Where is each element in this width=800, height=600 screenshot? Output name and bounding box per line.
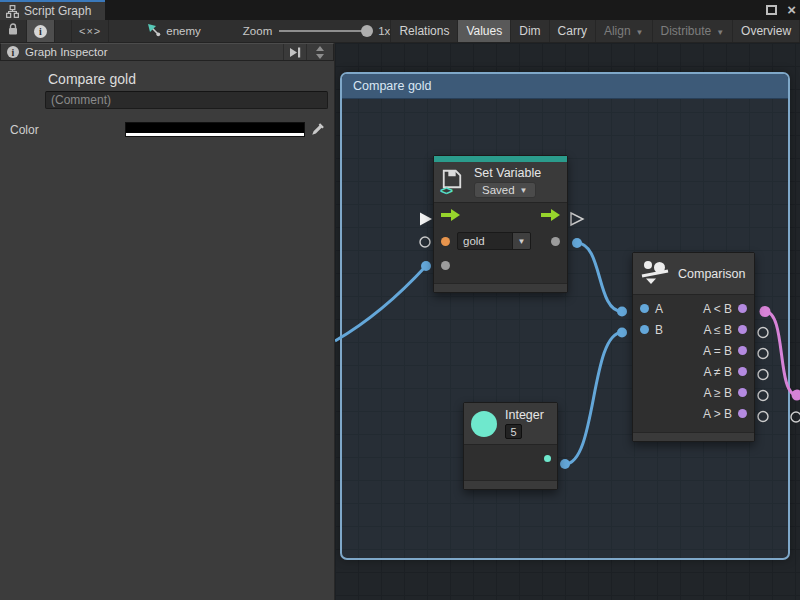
value-input-port[interactable] [441, 261, 450, 270]
a-neq-b-port[interactable] [738, 367, 747, 376]
graph-inspector-header: i Graph Inspector [0, 43, 334, 61]
node-footer [464, 480, 557, 489]
chevron-down-icon: ▼ [520, 186, 528, 195]
lock-icon [7, 22, 19, 40]
comparison-icon [640, 259, 670, 288]
graph-inspector-title: Graph Inspector [25, 46, 107, 58]
graph-breadcrumb[interactable]: enemy [147, 20, 201, 42]
input-a-port[interactable] [640, 304, 649, 313]
a-eq-b-port[interactable] [738, 346, 747, 355]
carry-button[interactable]: Carry [549, 20, 595, 42]
maximize-icon[interactable] [766, 5, 777, 15]
tab-script-graph[interactable]: Script Graph [0, 0, 105, 20]
zoom-slider-handle[interactable] [361, 25, 373, 37]
output-label: A ≤ B [703, 323, 732, 337]
script-graph-icon [6, 5, 19, 18]
relations-button[interactable]: Relations [390, 20, 457, 42]
group-title: Compare gold [353, 79, 432, 93]
graph-title: Compare gold [48, 71, 334, 87]
values-button[interactable]: Values [457, 20, 510, 42]
node-set-variable[interactable]: <> Set Variable Saved ▼ [433, 155, 568, 293]
input-b-label: B [655, 323, 663, 337]
a-gt-b-port[interactable] [738, 409, 747, 418]
flow-output-port[interactable] [541, 207, 560, 225]
node-title: Integer [505, 408, 544, 422]
color-label: Color [10, 123, 125, 137]
zoom-slider[interactable] [279, 30, 371, 32]
overview-button[interactable]: Overview [732, 20, 799, 42]
node-footer [633, 432, 754, 441]
integer-output-port[interactable] [544, 455, 551, 462]
align-dropdown[interactable]: Align▼ [595, 20, 652, 42]
group-header[interactable]: Compare gold [342, 74, 788, 99]
chevron-down-icon: ▼ [636, 28, 644, 37]
edit-graph-button[interactable]: <×> [71, 20, 109, 42]
graph-toolbar: i <×> enemy Zoom 1x Relations Values Dim… [0, 20, 800, 43]
chevron-down-icon: ▼ [512, 233, 530, 249]
info-icon: i [7, 46, 19, 58]
code-icon: <×> [79, 25, 101, 37]
lock-button[interactable] [0, 20, 27, 42]
output-label: A ≥ B [703, 386, 732, 400]
view-buttons: Relations Values Dim Carry Align▼ Distri… [390, 20, 800, 42]
variable-name-dropdown[interactable]: gold ▼ [457, 232, 531, 250]
info-icon: i [34, 25, 47, 38]
window-titlebar: Script Graph × [0, 0, 800, 20]
output-label: A < B [703, 302, 732, 316]
dim-button[interactable]: Dim [510, 20, 548, 42]
comment-input[interactable] [45, 91, 328, 109]
graph-canvas[interactable]: Compare gold [335, 43, 800, 600]
close-icon[interactable]: × [787, 5, 796, 15]
node-title: Set Variable [474, 166, 541, 180]
output-label: A > B [703, 407, 732, 421]
eyedropper-icon[interactable] [310, 122, 325, 137]
graph-asset-name: enemy [166, 25, 201, 37]
output-label: A ≠ B [703, 365, 732, 379]
color-swatch-alpha [126, 133, 304, 136]
zoom-value: 1x [378, 25, 390, 37]
zoom-label: Zoom [243, 25, 272, 37]
graph-asset-icon [147, 23, 161, 39]
node-title: Comparison [678, 267, 745, 281]
flow-input-port[interactable] [441, 207, 460, 225]
value-output-port[interactable] [551, 237, 560, 246]
variable-kind-dropdown[interactable]: Saved ▼ [474, 182, 536, 198]
variable-name-port[interactable] [441, 237, 450, 246]
a-gte-b-port[interactable] [738, 388, 747, 397]
inspector-toggle-button[interactable]: i [27, 20, 55, 42]
dock-panel-icon[interactable] [283, 44, 307, 60]
graph-inspector-panel: i Graph Inspector Compare gold Color [0, 43, 335, 600]
scroll-down-icon[interactable] [316, 54, 324, 59]
color-swatch[interactable] [125, 122, 305, 137]
tab-label: Script Graph [24, 4, 91, 18]
input-a-label: A [655, 302, 663, 316]
color-swatch-rgb [126, 123, 304, 133]
window-menu-icon[interactable] [750, 1, 756, 19]
set-variable-icon: <> [441, 168, 467, 196]
input-b-port[interactable] [640, 325, 649, 334]
node-integer[interactable]: Integer 5 [463, 402, 558, 490]
a-less-b-port[interactable] [738, 304, 747, 313]
output-label: A = B [703, 344, 732, 358]
distribute-dropdown[interactable]: Distribute▼ [652, 20, 733, 42]
integer-value-field[interactable]: 5 [505, 424, 522, 439]
chevron-down-icon: ▼ [716, 28, 724, 37]
scroll-up-icon[interactable] [316, 46, 324, 51]
panel-scroll-spinner[interactable] [313, 46, 327, 59]
node-comparison[interactable]: Comparison A A < B B A ≤ B A = B A ≠ B A… [632, 252, 755, 442]
a-lte-b-port[interactable] [738, 325, 747, 334]
node-footer [434, 283, 567, 292]
integer-icon [471, 411, 497, 437]
